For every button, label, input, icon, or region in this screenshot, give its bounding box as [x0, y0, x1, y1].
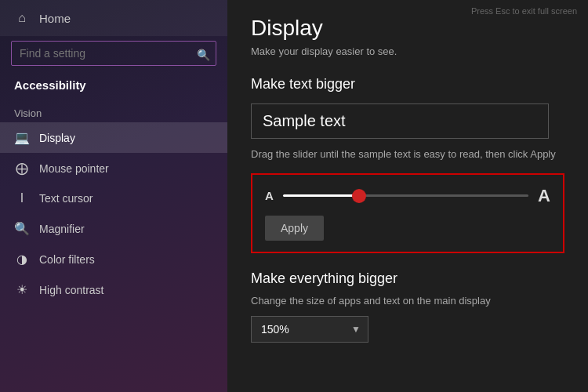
- slider-section: A A Apply: [251, 173, 564, 253]
- sidebar-item-display-label: Display: [39, 132, 75, 144]
- sidebar: ⌂ Home 🔍 Accessibility Vision 💻 Display …: [0, 0, 227, 392]
- display-icon: 💻: [14, 130, 30, 145]
- slider-row: A A: [265, 186, 550, 206]
- high-contrast-icon: ☀: [14, 282, 30, 297]
- sidebar-item-mouse-pointer-label: Mouse pointer: [39, 162, 109, 175]
- sidebar-item-text-cursor[interactable]: I Text cursor: [0, 183, 227, 213]
- drag-instruction: Drag the slider until the sample text is…: [251, 147, 564, 162]
- sidebar-item-high-contrast-label: High contrast: [39, 284, 103, 296]
- search-icon: 🔍: [197, 49, 210, 61]
- sidebar-item-home[interactable]: ⌂ Home: [0, 0, 227, 36]
- sidebar-item-high-contrast[interactable]: ☀ High contrast: [0, 274, 227, 305]
- search-input[interactable]: [11, 41, 216, 66]
- mouse-pointer-icon: ⨁: [14, 161, 30, 176]
- color-filters-icon: ◑: [14, 252, 30, 267]
- sidebar-item-magnifier[interactable]: 🔍 Magnifier: [0, 213, 227, 244]
- slider-label-small: A: [265, 189, 274, 202]
- page-title: Display: [251, 16, 564, 41]
- sidebar-item-magnifier-label: Magnifier: [39, 223, 85, 235]
- home-icon: ⌂: [14, 11, 30, 25]
- magnifier-icon: 🔍: [14, 221, 30, 236]
- text-cursor-icon: I: [14, 191, 30, 205]
- accessibility-label: Accessibility: [0, 74, 227, 100]
- sidebar-item-text-cursor-label: Text cursor: [39, 192, 93, 205]
- sidebar-item-mouse-pointer[interactable]: ⨁ Mouse pointer: [0, 153, 227, 183]
- size-dropdown[interactable]: 100% 125% 150% 175% 200%: [251, 316, 368, 343]
- vision-label: Vision: [0, 100, 227, 122]
- text-size-slider[interactable]: [283, 194, 528, 197]
- home-label: Home: [39, 12, 71, 25]
- esc-hint: Press Esc to exit full screen: [471, 6, 577, 16]
- main-content: Press Esc to exit full screen Display Ma…: [227, 0, 588, 392]
- apply-button[interactable]: Apply: [265, 216, 324, 241]
- slider-label-big: A: [538, 186, 550, 206]
- size-dropdown-wrap: 100% 125% 150% 175% 200% ▼: [251, 316, 368, 343]
- text-bigger-title: Make text bigger: [251, 76, 564, 93]
- bigger-instruction: Change the size of apps and text on the …: [251, 295, 564, 307]
- everything-bigger-title: Make everything bigger: [251, 270, 564, 287]
- sample-text-display: Sample text: [251, 103, 549, 139]
- sidebar-item-color-filters-label: Color filters: [39, 253, 95, 266]
- page-subtitle: Make your display easier to see.: [251, 45, 564, 57]
- sidebar-item-display[interactable]: 💻 Display: [0, 122, 227, 153]
- search-wrap: 🔍: [0, 36, 227, 74]
- sidebar-item-color-filters[interactable]: ◑ Color filters: [0, 244, 227, 274]
